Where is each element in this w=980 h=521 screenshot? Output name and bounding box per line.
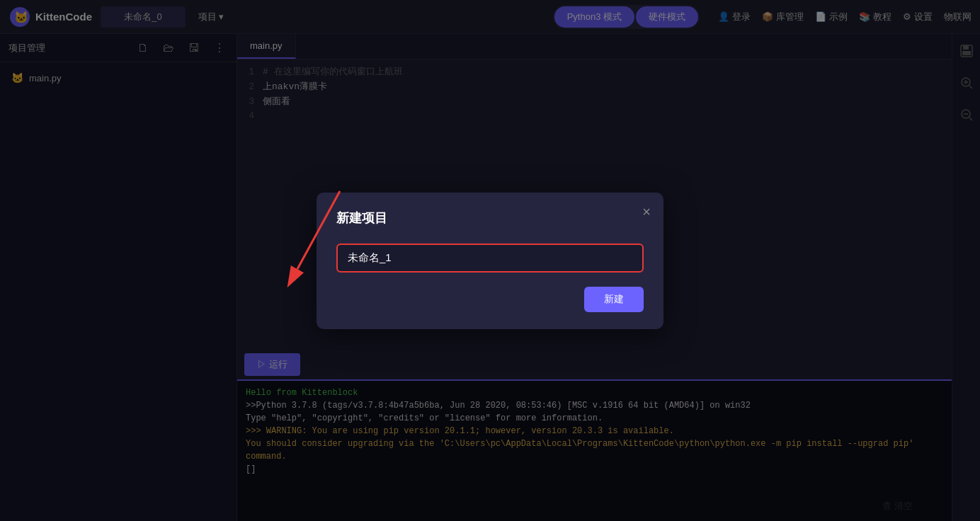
new-project-name-input[interactable]	[336, 244, 644, 273]
new-project-modal: 新建项目 × 新建	[317, 193, 663, 329]
modal-close-button[interactable]: ×	[642, 204, 651, 220]
modal-footer: 新建	[336, 287, 644, 312]
modal-input-row	[336, 244, 644, 273]
modal-title: 新建项目	[336, 210, 644, 227]
modal-overlay[interactable]: 新建项目 × 新建	[0, 0, 980, 521]
modal-create-button[interactable]: 新建	[584, 287, 644, 312]
